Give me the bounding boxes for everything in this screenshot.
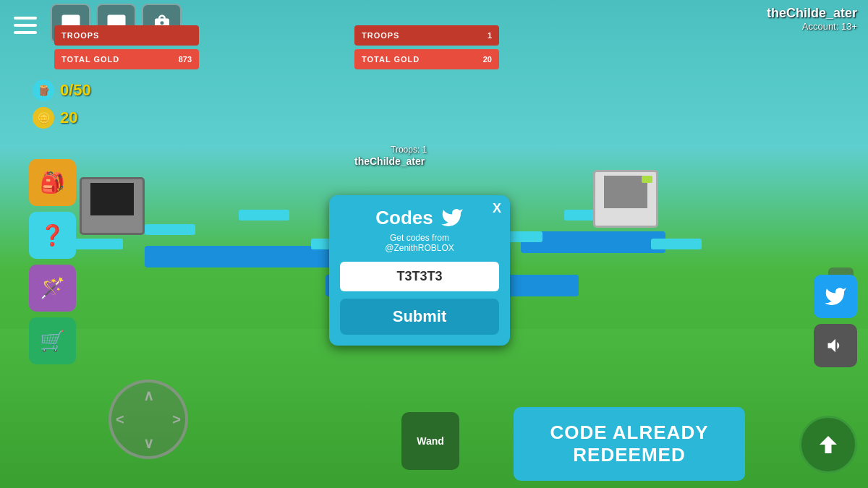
joystick-right-arrow: > bbox=[172, 411, 181, 428]
coin-icon: 🪙 bbox=[33, 107, 54, 129]
wand-side-button[interactable]: 🪄 bbox=[29, 265, 76, 312]
volume-icon bbox=[825, 335, 846, 356]
redeemed-text: CODE ALREADY REDEEMED bbox=[532, 421, 727, 466]
hamburger-button[interactable] bbox=[7, 7, 43, 43]
cyan-tile-3 bbox=[239, 210, 289, 221]
joystick-down-arrow: ∨ bbox=[143, 435, 154, 452]
cart-side-button[interactable]: 🛒 bbox=[29, 317, 76, 364]
twitter-right-button[interactable] bbox=[814, 275, 857, 318]
game-computer-left bbox=[80, 177, 145, 235]
modal-title: Codes bbox=[375, 207, 433, 229]
up-arrow-icon bbox=[815, 432, 841, 458]
volume-right-button[interactable] bbox=[814, 324, 857, 367]
joystick-up-arrow: ∧ bbox=[143, 387, 154, 404]
wand-label: Wand bbox=[417, 435, 444, 447]
wand-button[interactable]: Wand bbox=[401, 412, 459, 470]
modal-title-row: Codes bbox=[340, 206, 499, 229]
twitter-icon bbox=[441, 206, 464, 229]
bag-side-button[interactable]: 🎒 bbox=[29, 159, 76, 206]
player-world-label: theChilde_ater bbox=[354, 155, 425, 167]
joystick-outer[interactable]: ∧ ∨ < > bbox=[109, 380, 188, 459]
question-side-button[interactable]: ❓ bbox=[29, 212, 76, 259]
codes-modal: X Codes Get codes from @ZenithROBLOX Sub… bbox=[329, 195, 510, 346]
modal-subtitle: Get codes from @ZenithROBLOX bbox=[340, 233, 499, 253]
coin-resource: 🪙 20 bbox=[33, 107, 91, 129]
submit-button[interactable]: Submit bbox=[340, 299, 499, 335]
player-account: Account: 13+ bbox=[767, 21, 857, 32]
wood-value: 0/50 bbox=[60, 81, 91, 100]
wood-icon: 🪵 bbox=[33, 80, 54, 101]
cyan-tile-8 bbox=[651, 239, 702, 249]
platform-3 bbox=[521, 231, 665, 253]
redeemed-banner: CODE ALREADY REDEEMED bbox=[514, 407, 745, 481]
coin-value: 20 bbox=[60, 108, 77, 127]
modal-close-button[interactable]: X bbox=[493, 201, 501, 216]
joystick-left-arrow: < bbox=[116, 411, 124, 428]
up-arrow-button[interactable] bbox=[799, 416, 857, 474]
cyan-tile-2 bbox=[145, 224, 195, 235]
side-action-buttons: 🎒 ❓ 🪄 🛒 bbox=[29, 159, 76, 364]
right-side-buttons bbox=[814, 275, 857, 367]
troops-world-label: Troops: 1 bbox=[391, 145, 427, 155]
username-display: theChilde_ater Account: 13+ bbox=[767, 6, 857, 32]
wood-resource: 🪵 0/50 bbox=[33, 80, 91, 101]
joystick[interactable]: ∧ ∨ < > bbox=[109, 380, 188, 459]
resource-panel: 🪵 0/50 🪙 20 bbox=[33, 80, 91, 129]
player-username: theChilde_ater bbox=[767, 6, 857, 21]
twitter-right-icon bbox=[824, 285, 847, 308]
cyan-tile-1 bbox=[72, 239, 123, 249]
code-input[interactable] bbox=[340, 262, 499, 291]
game-computer-right bbox=[593, 170, 658, 228]
